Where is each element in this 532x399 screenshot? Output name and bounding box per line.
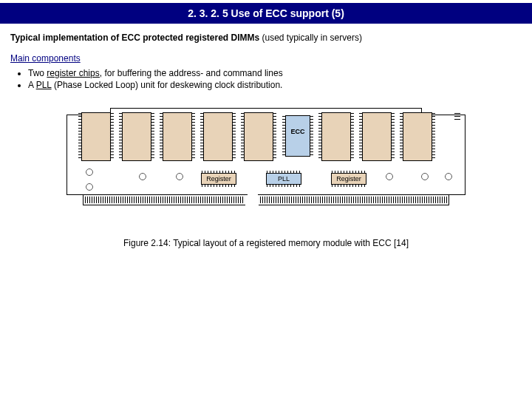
- mounting-hole: [176, 173, 183, 180]
- subtitle-bold: Typical implementation of ECC protected …: [10, 33, 259, 43]
- text: A: [28, 80, 36, 90]
- side-marks: [454, 113, 462, 122]
- dram-chip: [203, 112, 233, 161]
- dimm-diagram: ECC Register PLL Register: [66, 108, 466, 219]
- content-area: Typical implementation of ECC protected …: [0, 24, 532, 248]
- dram-chip: [362, 112, 392, 161]
- register-chip: Register: [201, 173, 236, 185]
- edge-contacts: [83, 195, 245, 205]
- ecc-chip: ECC: [285, 115, 310, 157]
- page-title: 2. 3. 2. 5 Use of ECC support (5): [0, 3, 532, 24]
- dram-chip: [81, 112, 111, 161]
- mounting-hole: [386, 173, 393, 180]
- connector-key: [248, 194, 258, 206]
- mounting-hole: [86, 168, 93, 176]
- pll-chip: PLL: [266, 173, 301, 185]
- component-list: Two register chips, for buffering the ad…: [15, 68, 522, 90]
- figure-caption: Figure 2.14: Typical layout of a registe…: [10, 238, 522, 248]
- list-item: Two register chips, for buffering the ad…: [28, 68, 522, 78]
- mounting-hole: [421, 173, 429, 180]
- dram-chip: [244, 112, 273, 161]
- mounting-hole: [139, 173, 146, 180]
- dram-chip: [403, 112, 432, 161]
- text: Two: [28, 68, 47, 78]
- underlined-term: register chips,: [47, 68, 102, 78]
- edge-contacts: [259, 195, 449, 205]
- ecc-label: ECC: [286, 128, 310, 135]
- mounting-hole: [445, 173, 452, 180]
- dram-chip: [122, 112, 151, 161]
- section-heading: Main components: [10, 53, 522, 64]
- text: (Phase Locked Loop) unit for deskewing c…: [52, 80, 283, 90]
- mounting-hole: [86, 183, 93, 191]
- subtitle: Typical implementation of ECC protected …: [10, 33, 522, 43]
- dram-chip: [163, 112, 192, 161]
- list-item: A PLL (Phase Locked Loop) unit for deske…: [28, 80, 522, 90]
- underlined-term: PLL: [36, 80, 52, 90]
- subtitle-rest: (used typically in servers): [259, 33, 362, 43]
- register-chip: Register: [331, 173, 366, 185]
- dram-chip: [321, 112, 351, 161]
- text: for buffering the address- and command l…: [102, 68, 283, 78]
